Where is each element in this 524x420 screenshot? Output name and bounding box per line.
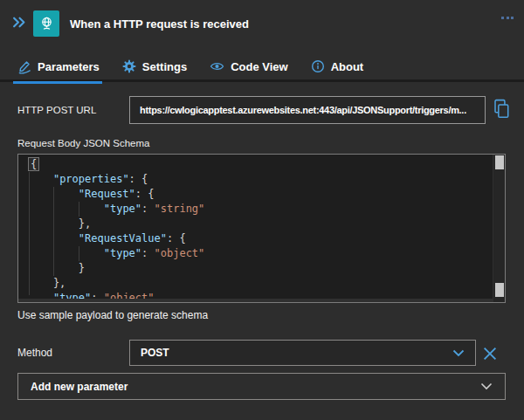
gear-icon [122,59,136,73]
use-sample-payload-link[interactable]: Use sample payload to generate schema [17,309,208,321]
method-value: POST [141,347,452,359]
tab-code-view[interactable]: Code View [210,52,288,81]
http-request-trigger-icon [33,10,59,37]
chevron-down-icon [480,382,493,390]
chevron-down-icon [452,349,465,357]
method-label: Method [17,347,52,359]
editor-vertical-scrollbar[interactable] [493,155,505,302]
tab-about[interactable]: About [311,52,364,81]
http-post-url-label: HTTP POST URL [17,105,96,115]
code-content[interactable]: { "properties": { "Request": { "type": "… [18,155,492,302]
add-new-parameter-dropdown[interactable]: Add new parameter [17,373,506,400]
globe-icon [38,16,55,32]
collapse-panel-button[interactable] [11,16,27,29]
tab-label: About [331,60,364,73]
http-request-trigger-panel: When a HTTP request is received Paramete… [0,0,524,420]
eye-icon [210,59,224,73]
close-icon [482,346,498,361]
trigger-title: When a HTTP request is received [70,17,249,31]
add-new-parameter-label: Add new parameter [31,381,480,393]
copy-icon [491,99,510,120]
tab-parameters[interactable]: Parameters [17,52,100,81]
ellipsis-menu-icon [501,17,504,19]
tab-label: Settings [142,60,187,73]
http-post-url-input[interactable]: https://cwlogicapptest.azurewebsites.net… [129,96,486,124]
overflow-menu-button[interactable] [499,12,516,23]
signature-icon [17,59,31,74]
http-post-url-value: https://cwlogicapptest.azurewebsites.net… [140,105,466,115]
method-dropdown[interactable]: POST [129,340,476,366]
double-chevron-right-icon [11,16,27,29]
scrollbar-thumb-top[interactable] [495,155,504,169]
tab-settings[interactable]: Settings [122,52,187,81]
tab-label: Parameters [38,60,100,73]
tab-label: Code View [231,60,288,73]
copy-url-button[interactable] [491,99,510,120]
json-schema-editor[interactable]: { "properties": { "Request": { "type": "… [17,154,506,303]
clear-method-button[interactable] [482,346,498,361]
schema-label: Request Body JSON Schema [17,138,150,148]
tab-bar: Parameters Settings Code View [0,53,524,82]
info-icon [311,59,325,73]
editor-horizontal-scrollbar[interactable] [18,299,493,302]
scrollbar-thumb-bottom[interactable] [495,283,504,297]
